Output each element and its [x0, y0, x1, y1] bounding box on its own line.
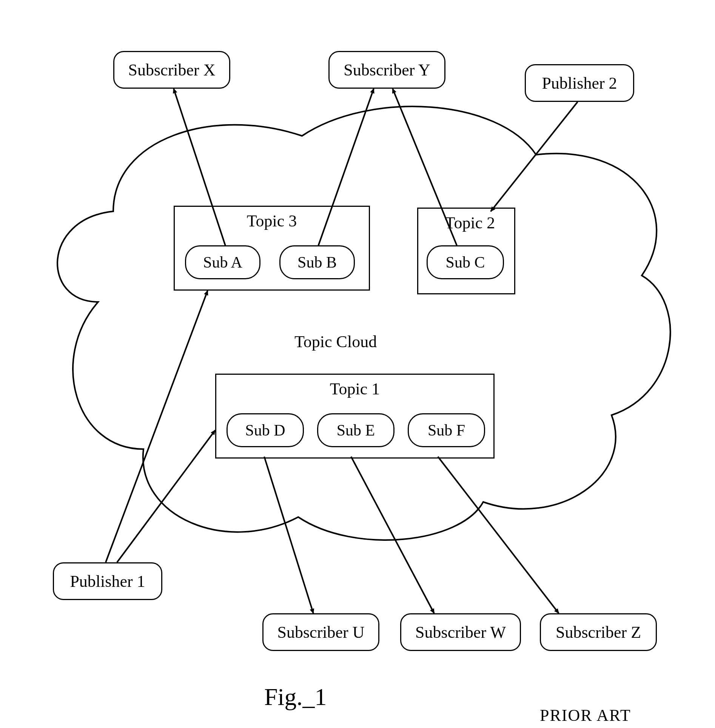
- subscriber-u-label: Subscriber U: [277, 623, 365, 642]
- subscriber-w-node: Subscriber W: [400, 613, 521, 651]
- publisher-1-node: Publisher 1: [53, 562, 162, 600]
- subscriber-y-node: Subscriber Y: [328, 51, 445, 89]
- subscriber-z-label: Subscriber Z: [556, 623, 641, 642]
- topic-3-label: Topic 3: [238, 211, 306, 231]
- topic-2-label: Topic 2: [436, 213, 504, 232]
- publisher-2-label: Publisher 2: [542, 74, 617, 93]
- sub-f-pill: Sub F: [408, 413, 485, 447]
- sub-e-label: Sub E: [337, 421, 375, 439]
- topic-cloud-label: Topic Cloud: [294, 332, 377, 351]
- sub-d-pill: Sub D: [227, 413, 304, 447]
- subscriber-x-node: Subscriber X: [113, 51, 230, 89]
- sub-b-label: Sub B: [297, 253, 337, 271]
- sub-e-pill: Sub E: [317, 413, 394, 447]
- sub-d-label: Sub D: [245, 421, 285, 439]
- sub-a-label: Sub A: [203, 253, 242, 271]
- sub-f-label: Sub F: [428, 421, 465, 439]
- subscriber-u-node: Subscriber U: [262, 613, 379, 651]
- publisher-1-label: Publisher 1: [70, 572, 145, 591]
- sub-b-pill: Sub B: [279, 245, 355, 279]
- publisher-2-node: Publisher 2: [525, 64, 634, 102]
- sub-a-pill: Sub A: [185, 245, 260, 279]
- subscriber-z-node: Subscriber Z: [540, 613, 657, 651]
- diagram-stage: Subscriber X Subscriber Y Publisher 2 Pu…: [0, 0, 715, 728]
- figure-label: Fig._1: [264, 683, 327, 711]
- sub-c-pill: Sub C: [427, 245, 504, 279]
- sub-c-label: Sub C: [446, 253, 485, 271]
- topic-cloud-shape: [57, 106, 670, 540]
- topic-1-label: Topic 1: [321, 379, 389, 399]
- subscriber-y-label: Subscriber Y: [344, 60, 430, 80]
- subscriber-x-label: Subscriber X: [128, 60, 216, 80]
- subscriber-w-label: Subscriber W: [415, 623, 506, 642]
- prior-art-label: PRIOR ART: [540, 706, 631, 725]
